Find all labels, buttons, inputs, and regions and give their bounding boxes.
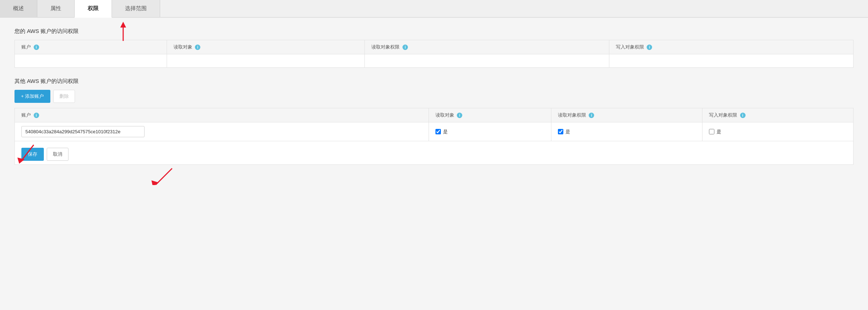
input-arrow-annotation bbox=[145, 167, 174, 185]
other-account-col-read-obj-perm-info[interactable]: i bbox=[589, 113, 594, 118]
my-account-col-account-info[interactable]: i bbox=[34, 45, 39, 50]
other-account-col-account-info[interactable]: i bbox=[34, 113, 39, 118]
svg-line-4 bbox=[156, 168, 172, 185]
other-account-title: 其他 AWS 账户的访问权限 bbox=[14, 78, 854, 85]
read-obj-yes-label: 是 bbox=[443, 129, 448, 135]
other-account-col-write-obj-perm: 写入对象权限 i bbox=[702, 108, 853, 122]
save-cancel-row: 保存 取消 bbox=[21, 148, 847, 161]
tab-properties[interactable]: 属性 bbox=[37, 0, 75, 17]
save-button[interactable]: 保存 bbox=[21, 148, 44, 161]
my-account-col-write-obj-perm-info[interactable]: i bbox=[647, 45, 652, 50]
account-input-cell bbox=[15, 122, 429, 141]
write-obj-perm-label: 是 bbox=[709, 129, 847, 135]
other-account-col-read-obj-info[interactable]: i bbox=[457, 113, 462, 118]
my-account-title: 您的 AWS 账户的访问权限 bbox=[14, 28, 854, 35]
read-obj-label: 是 bbox=[435, 129, 544, 135]
tab-scope[interactable]: 选择范围 bbox=[112, 0, 160, 17]
my-account-col-read-obj-perm-info[interactable]: i bbox=[402, 45, 408, 50]
action-bar: + 添加账户 删除 bbox=[14, 90, 854, 103]
save-row-cell: 保存 取消 bbox=[15, 141, 854, 165]
cancel-button[interactable]: 取消 bbox=[47, 148, 68, 161]
write-obj-perm-checkbox[interactable] bbox=[709, 129, 714, 134]
table-row: 是 是 是 bbox=[15, 122, 854, 141]
my-account-col-read-obj-perm: 读取对象权限 i bbox=[365, 40, 609, 54]
my-account-col-read-obj-info[interactable]: i bbox=[195, 45, 200, 50]
my-account-table: 账户 i 读取对象 i 读取对象权限 i 写入对象权限 bbox=[14, 40, 854, 68]
tab-overview[interactable]: 概述 bbox=[0, 0, 37, 17]
read-obj-perm-label: 是 bbox=[558, 129, 696, 135]
other-account-table-header-row: 账户 i 读取对象 i 读取对象权限 i 写入对象权限 bbox=[15, 108, 854, 122]
my-account-col-account: 账户 i bbox=[15, 40, 167, 54]
my-account-col-write-obj-perm: 写入对象权限 i bbox=[609, 40, 853, 54]
read-obj-perm-cell: 是 bbox=[551, 122, 702, 141]
other-account-table: 账户 i 读取对象 i 读取对象权限 i 写入对象权限 bbox=[14, 108, 854, 165]
my-account-empty-row bbox=[15, 54, 854, 68]
other-account-section: 其他 AWS 账户的访问权限 + 添加账户 删除 账户 i bbox=[14, 78, 854, 165]
read-obj-cell: 是 bbox=[429, 122, 551, 141]
read-obj-perm-yes-label: 是 bbox=[566, 129, 570, 135]
read-obj-checkbox[interactable] bbox=[435, 129, 441, 134]
delete-button[interactable]: 删除 bbox=[53, 90, 75, 103]
save-row-tr: 保存 取消 bbox=[15, 141, 854, 165]
svg-marker-5 bbox=[151, 180, 159, 185]
account-id-input[interactable] bbox=[21, 126, 145, 137]
other-account-col-account: 账户 i bbox=[15, 108, 429, 122]
read-obj-perm-checkbox[interactable] bbox=[558, 129, 563, 134]
other-account-col-read-obj: 读取对象 i bbox=[429, 108, 551, 122]
content-area: 您的 AWS 账户的访问权限 账户 i 读取对象 i 读取对象权限 bbox=[0, 18, 868, 185]
add-account-button[interactable]: + 添加账户 bbox=[14, 90, 50, 103]
tab-permissions[interactable]: 权限 bbox=[75, 0, 112, 18]
other-account-col-write-obj-perm-info[interactable]: i bbox=[740, 113, 746, 118]
other-account-col-read-obj-perm: 读取对象权限 i bbox=[551, 108, 702, 122]
write-obj-perm-yes-label: 是 bbox=[717, 129, 721, 135]
write-obj-perm-cell: 是 bbox=[702, 122, 853, 141]
my-account-section: 您的 AWS 账户的访问权限 账户 i 读取对象 i 读取对象权限 bbox=[14, 28, 854, 68]
tabs-bar: 概述 属性 权限 选择范围 bbox=[0, 0, 868, 18]
page-wrapper: 概述 属性 权限 选择范围 您的 AWS 账户的访问权限 账户 i 读取 bbox=[0, 0, 868, 185]
my-account-table-header-row: 账户 i 读取对象 i 读取对象权限 i 写入对象权限 bbox=[15, 40, 854, 54]
my-account-col-read-obj: 读取对象 i bbox=[167, 40, 365, 54]
